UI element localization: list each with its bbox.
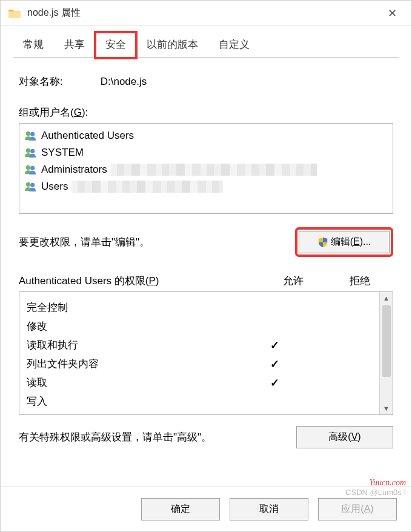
scroll-down-icon[interactable]: ▼ xyxy=(383,402,390,414)
advanced-hint: 有关特殊权限或高级设置，请单击"高级"。 xyxy=(19,430,296,445)
scroll-up-icon[interactable]: ▲ xyxy=(383,292,390,304)
advanced-button[interactable]: 高级(V) xyxy=(296,426,393,448)
redacted-text xyxy=(111,164,317,176)
allow-cell xyxy=(241,376,308,390)
user-row[interactable]: Administrators xyxy=(22,161,390,178)
scrollbar[interactable]: ▲ ▼ xyxy=(379,292,393,414)
permission-name: 完全控制 xyxy=(27,301,241,314)
edit-button[interactable]: 编辑(E)... xyxy=(299,231,390,253)
apply-button: 应用(A) xyxy=(318,498,397,520)
user-row[interactable]: Authenticated Users xyxy=(22,127,390,144)
svg-point-6 xyxy=(26,182,30,187)
object-name-value: D:\node.js xyxy=(101,76,147,87)
edit-row: 要更改权限，请单击"编辑"。 编辑(E)... xyxy=(19,227,393,257)
permission-name: 读取 xyxy=(27,376,241,390)
user-row[interactable]: Users xyxy=(22,178,390,195)
svg-point-5 xyxy=(30,166,35,170)
edit-button-label: 编辑(E)... xyxy=(331,236,371,248)
users-icon xyxy=(24,130,38,141)
permission-name: 读取和执行 xyxy=(27,338,241,352)
permission-row: 完全控制 xyxy=(27,298,374,317)
users-icon xyxy=(24,147,38,158)
close-button[interactable]: ✕ xyxy=(380,2,404,25)
svg-point-2 xyxy=(26,148,30,153)
users-icon xyxy=(24,164,38,175)
permissions-header-label: Authenticated Users 的权限(P) xyxy=(19,274,260,288)
svg-point-0 xyxy=(26,131,30,136)
ok-button[interactable]: 确定 xyxy=(141,498,220,520)
permission-row: 列出文件夹内容 xyxy=(27,354,374,373)
groups-label: 组或用户名(G): xyxy=(19,105,393,119)
properties-dialog: node.js 属性 ✕ 常规共享安全以前的版本自定义 对象名称: D:\nod… xyxy=(0,0,412,532)
svg-point-7 xyxy=(30,183,35,187)
tab-4[interactable]: 自定义 xyxy=(208,32,260,58)
tab-content: 对象名称: D:\node.js 组或用户名(G): Authenticated… xyxy=(1,58,411,487)
dialog-footer: 确定 取消 应用(A) xyxy=(1,487,411,531)
permission-row: 修改 xyxy=(27,317,374,336)
svg-point-4 xyxy=(26,165,30,170)
users-icon xyxy=(24,181,38,192)
permission-row: 读取 xyxy=(27,373,374,392)
tab-2[interactable]: 安全 xyxy=(95,32,136,58)
window-title: node.js 属性 xyxy=(27,7,380,19)
users-list[interactable]: Authenticated Users SYSTEM Administrator… xyxy=(19,123,393,214)
svg-point-3 xyxy=(30,149,35,153)
allow-cell xyxy=(241,339,308,352)
permission-row: 写入 xyxy=(27,392,374,411)
object-name-label: 对象名称: xyxy=(19,75,98,88)
edit-hint: 要更改权限，请单击"编辑"。 xyxy=(19,235,295,249)
user-row[interactable]: SYSTEM xyxy=(22,144,390,161)
tab-strip: 常规共享安全以前的版本自定义 xyxy=(1,26,411,58)
cancel-button[interactable]: 取消 xyxy=(230,498,308,520)
column-deny: 拒绝 xyxy=(327,274,393,288)
shield-icon xyxy=(317,237,328,248)
edit-button-highlight: 编辑(E)... xyxy=(295,227,393,257)
allow-cell xyxy=(241,357,308,371)
tab-1[interactable]: 共享 xyxy=(54,32,95,58)
redacted-text xyxy=(71,181,223,193)
advanced-row: 有关特殊权限或高级设置，请单击"高级"。 高级(V) xyxy=(19,426,393,448)
user-name: SYSTEM xyxy=(41,147,84,159)
tab-0[interactable]: 常规 xyxy=(13,32,54,58)
user-name: Administrators xyxy=(41,164,107,176)
permissions-list: 完全控制修改读取和执行列出文件夹内容读取写入 ▲ ▼ xyxy=(19,291,393,415)
object-name-row: 对象名称: D:\node.js xyxy=(19,75,393,88)
permission-name: 修改 xyxy=(27,319,241,333)
scroll-thumb[interactable] xyxy=(382,305,391,377)
user-name: Authenticated Users xyxy=(41,130,134,142)
folder-icon xyxy=(8,8,21,19)
permission-row: 读取和执行 xyxy=(27,336,374,354)
tab-3[interactable]: 以前的版本 xyxy=(136,32,208,58)
column-allow: 允许 xyxy=(260,274,327,288)
svg-point-1 xyxy=(30,132,35,136)
permission-name: 列出文件夹内容 xyxy=(27,357,241,371)
user-name: Users xyxy=(41,181,68,193)
permissions-header: Authenticated Users 的权限(P) 允许 拒绝 xyxy=(19,274,393,288)
permission-name: 写入 xyxy=(27,394,241,408)
titlebar: node.js 属性 ✕ xyxy=(1,1,411,26)
